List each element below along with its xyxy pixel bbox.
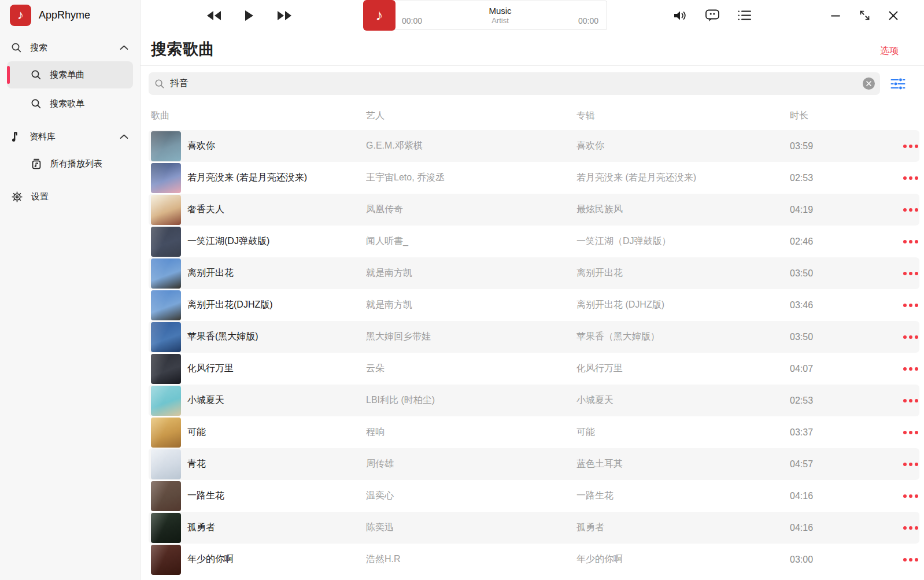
options-link[interactable]: 选项	[880, 45, 899, 60]
album-art-thumbnail	[151, 322, 181, 352]
row-menu-button[interactable]	[893, 204, 919, 216]
sidebar: ♪ AppRhyme 搜索 搜索单曲	[0, 0, 141, 580]
table-row[interactable]: 青花 周传雄 蓝色土耳其 04:57	[149, 448, 919, 480]
sidebar-nav: 搜索 搜索单曲 搜索歌单	[0, 35, 140, 209]
row-menu-button[interactable]	[893, 553, 919, 566]
now-playing-art: ♪	[363, 0, 396, 31]
table-row[interactable]: 喜欢你 G.E.M.邓紫棋 喜欢你 03:59	[149, 130, 919, 162]
song-album: 化风行万里	[576, 363, 790, 375]
song-artist: G.E.M.邓紫棋	[366, 140, 576, 152]
table-row[interactable]: 奢香夫人 凤凰传奇 最炫民族风 04:19	[149, 194, 919, 226]
row-menu-button[interactable]	[893, 394, 919, 407]
music-note-icon	[11, 131, 21, 142]
table-row[interactable]: 一路生花 温奕心 一路生花 04:16	[149, 480, 919, 512]
song-album: 一路生花	[576, 490, 790, 502]
now-playing-info: Music Artist 00:00 00:00	[393, 1, 607, 30]
sidebar-item-settings[interactable]: 设置	[0, 184, 140, 209]
table-row[interactable]: 小城夏天 LBI利比 (时柏尘) 小城夏天 02:53	[149, 385, 919, 416]
song-album: 离别开出花 (DJHZ版)	[576, 299, 790, 311]
app-window: ♪ AppRhyme 搜索 搜索单曲	[0, 0, 924, 580]
page-header: 搜索歌曲 选项	[141, 31, 924, 66]
table-row[interactable]: 一笑江湖(DJ弹鼓版) 闻人听書_ 一笑江湖（DJ弹鼓版） 02:46	[149, 226, 919, 257]
chevron-up-icon[interactable]	[120, 45, 128, 50]
song-title: 可能	[187, 426, 206, 438]
previous-track-button[interactable]	[205, 7, 223, 24]
row-menu-button[interactable]	[893, 235, 919, 248]
lyrics-button[interactable]	[703, 6, 722, 25]
player-topbar: ♪ Music Artist 00:00 00:00	[141, 0, 924, 31]
next-track-button[interactable]	[276, 7, 293, 24]
row-menu-button[interactable]	[893, 299, 919, 312]
table-row[interactable]: 离别开出花(DJHZ版) 就是南方凯 离别开出花 (DJHZ版) 03:46	[149, 289, 919, 321]
search-box[interactable]	[149, 72, 880, 95]
song-duration: 03:59	[790, 141, 893, 152]
topbar-tray	[671, 0, 753, 31]
song-title: 喜欢你	[187, 140, 215, 152]
song-duration: 04:07	[790, 364, 893, 374]
close-button[interactable]	[887, 9, 900, 22]
table-row[interactable]: 年少的你啊 浩然H.R 年少的你啊 03:00	[149, 544, 919, 575]
search-filter-icon[interactable]	[890, 76, 905, 91]
album-art-thumbnail	[151, 449, 181, 479]
sidebar-group-search[interactable]: 搜索	[0, 35, 140, 60]
album-art-thumbnail	[151, 290, 181, 320]
row-menu-button[interactable]	[893, 140, 919, 153]
search-icon	[154, 79, 165, 89]
row-menu-button[interactable]	[893, 172, 919, 184]
minimize-button[interactable]	[829, 9, 842, 22]
row-menu-button[interactable]	[893, 490, 919, 503]
table-row[interactable]: 苹果香(黑大婶版) 黑大婶回乡带娃 苹果香（黑大婶版） 03:50	[149, 321, 919, 353]
table-row[interactable]: 可能 程响 可能 03:37	[149, 416, 919, 448]
main-area: ♪ Music Artist 00:00 00:00	[141, 0, 924, 580]
album-art-thumbnail	[151, 258, 181, 289]
album-art-thumbnail	[151, 513, 181, 543]
song-album: 喜欢你	[576, 140, 790, 152]
row-menu-button[interactable]	[893, 426, 919, 439]
song-duration: 03:50	[790, 268, 893, 279]
table-row[interactable]: 离别开出花 就是南方凯 离别开出花 03:50	[149, 257, 919, 289]
sidebar-group-library[interactable]: 资料库	[0, 124, 140, 149]
column-header-artist: 艺人	[366, 110, 576, 122]
row-menu-button[interactable]	[893, 363, 919, 375]
song-duration: 04:19	[790, 205, 893, 215]
song-duration: 03:50	[790, 332, 893, 342]
song-duration: 02:46	[790, 237, 893, 247]
row-menu-button[interactable]	[893, 458, 919, 471]
song-album: 小城夏天	[576, 394, 790, 407]
album-art-thumbnail	[151, 195, 181, 225]
search-input[interactable]	[170, 79, 859, 89]
sidebar-item-all-playlists[interactable]: 所有播放列表	[7, 150, 133, 178]
song-artist: 就是南方凯	[366, 299, 576, 311]
row-menu-button[interactable]	[893, 267, 919, 280]
play-button[interactable]	[241, 7, 258, 24]
total-time: 00:00	[578, 16, 598, 25]
song-duration: 04:16	[790, 523, 893, 533]
song-title: 若月亮没来 (若是月亮还没来)	[187, 172, 307, 184]
song-artist: 黑大婶回乡带娃	[366, 331, 576, 343]
sidebar-group-search-label: 搜索	[30, 42, 120, 53]
album-art-thumbnail	[151, 481, 181, 511]
play-queue-button[interactable]	[735, 6, 753, 25]
volume-button[interactable]	[671, 6, 690, 25]
song-album: 孤勇者	[576, 522, 790, 534]
search-row	[141, 66, 924, 101]
column-header-duration: 时长	[790, 110, 893, 122]
table-row[interactable]: 孤勇者 陈奕迅 孤勇者 04:16	[149, 512, 919, 544]
maximize-button[interactable]	[858, 9, 871, 22]
table-row[interactable]: 化风行万里 云朵 化风行万里 04:07	[149, 353, 919, 385]
row-menu-button[interactable]	[893, 331, 919, 343]
sidebar-item-search-song[interactable]: 搜索单曲	[7, 61, 133, 88]
clear-search-icon[interactable]	[863, 77, 875, 90]
song-duration: 04:16	[790, 491, 893, 501]
song-album: 蓝色土耳其	[576, 458, 790, 470]
album-art-thumbnail	[151, 227, 181, 257]
song-album: 苹果香（黑大婶版）	[576, 331, 790, 343]
chevron-up-icon[interactable]	[120, 134, 128, 139]
row-menu-button[interactable]	[893, 522, 919, 534]
sidebar-item-search-playlist[interactable]: 搜索歌单	[7, 90, 133, 117]
table-row[interactable]: 若月亮没来 (若是月亮还没来) 王宇宙Leto, 乔浚丞 若月亮没来 (若是月亮…	[149, 162, 919, 194]
song-duration: 03:37	[790, 427, 893, 438]
app-logo-icon: ♪	[10, 5, 31, 26]
now-playing-title: Music	[489, 6, 511, 16]
song-title: 化风行万里	[187, 363, 234, 375]
